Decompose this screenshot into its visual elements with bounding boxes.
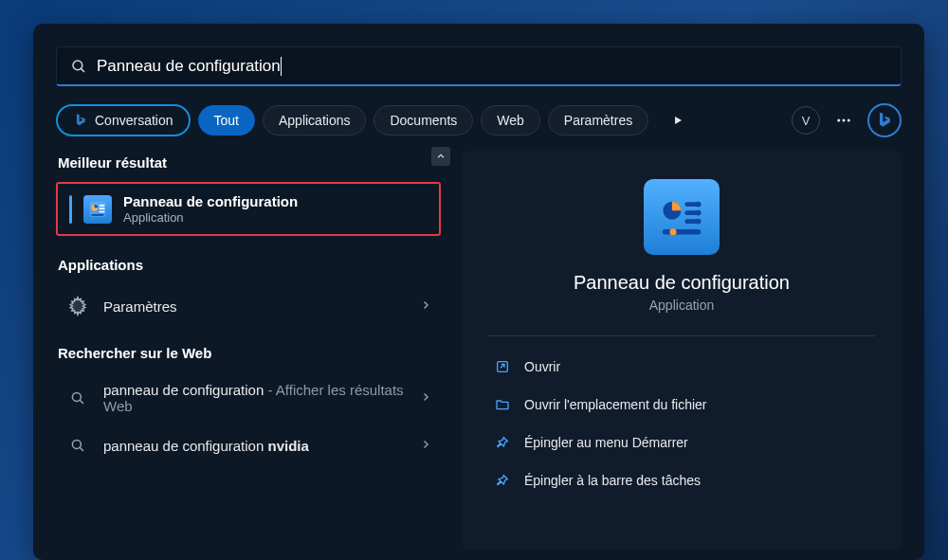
filter-chip-row: Conversation Tout Applications Documents… bbox=[56, 103, 902, 137]
svg-rect-7 bbox=[100, 205, 105, 207]
list-item-label: panneau de configuration nvidia bbox=[103, 438, 407, 454]
bing-chat-button[interactable] bbox=[867, 103, 902, 137]
chip-conversation[interactable]: Conversation bbox=[56, 104, 191, 136]
chip-apps[interactable]: Applications bbox=[263, 105, 367, 135]
preview-panel: Panneau de configuration Application Ouv… bbox=[462, 151, 902, 551]
control-panel-glyph bbox=[88, 200, 107, 219]
bing-icon bbox=[875, 111, 894, 130]
section-search-web: Rechercher sur le Web bbox=[58, 345, 441, 361]
bing-icon bbox=[73, 113, 88, 128]
web-result-main: panneau de configuration bbox=[103, 382, 264, 398]
control-panel-large-icon bbox=[644, 179, 720, 255]
action-pin-start[interactable]: Épingler au menu Démarrer bbox=[488, 425, 875, 460]
section-applications: Applications bbox=[58, 257, 441, 273]
svg-point-0 bbox=[73, 61, 82, 70]
settings-icon bbox=[65, 294, 90, 318]
chevron-right-icon bbox=[420, 298, 431, 314]
action-pin-taskbar[interactable]: Épingler à la barre des tâches bbox=[488, 463, 875, 497]
folder-icon bbox=[494, 396, 511, 413]
svg-line-1 bbox=[81, 68, 84, 72]
web-result-bold: nvidia bbox=[267, 438, 308, 454]
svg-point-24 bbox=[669, 228, 676, 235]
action-label: Ouvrir l'emplacement du fichier bbox=[524, 397, 707, 412]
open-icon bbox=[494, 358, 511, 375]
svg-point-18 bbox=[696, 202, 702, 208]
svg-point-2 bbox=[837, 119, 840, 122]
svg-line-13 bbox=[80, 400, 83, 404]
overflow-button[interactable] bbox=[828, 104, 860, 136]
action-label: Ouvrir bbox=[524, 359, 560, 374]
search-icon bbox=[65, 386, 90, 410]
scroll-up-button[interactable] bbox=[431, 147, 450, 166]
selection-indicator bbox=[69, 195, 72, 224]
action-open[interactable]: Ouvrir bbox=[488, 350, 875, 384]
svg-point-14 bbox=[72, 440, 81, 448]
svg-point-12 bbox=[72, 392, 81, 401]
list-item-label: panneau de configuration - Afficher les … bbox=[103, 382, 407, 414]
control-panel-icon bbox=[83, 195, 112, 224]
chip-web[interactable]: Web bbox=[481, 105, 540, 135]
svg-point-4 bbox=[848, 119, 850, 122]
chip-settings[interactable]: Paramètres bbox=[548, 105, 648, 135]
pin-icon bbox=[494, 434, 511, 451]
web-result-2[interactable]: panneau de configuration nvidia bbox=[56, 424, 441, 467]
svg-point-3 bbox=[843, 119, 846, 122]
result-text-block: Panneau de configuration Application bbox=[123, 193, 298, 225]
web-result-pre: panneau de configuration bbox=[103, 438, 267, 454]
svg-rect-8 bbox=[100, 208, 105, 209]
chip-label: Documents bbox=[390, 113, 457, 128]
play-icon bbox=[671, 114, 684, 127]
text-cursor bbox=[281, 57, 282, 76]
start-search-panel: Panneau de configuration Conversation To… bbox=[33, 24, 924, 560]
web-result-1[interactable]: panneau de configuration - Afficher les … bbox=[56, 372, 441, 424]
section-best-result: Meilleur résultat bbox=[58, 154, 441, 171]
action-label: Épingler à la barre des tâches bbox=[524, 473, 701, 488]
action-open-location[interactable]: Ouvrir l'emplacement du fichier bbox=[488, 388, 875, 422]
svg-rect-10 bbox=[91, 214, 103, 216]
divider bbox=[488, 335, 875, 336]
svg-line-15 bbox=[80, 447, 83, 451]
content-area: Meilleur résultat Panneau de conf bbox=[56, 151, 902, 551]
chevron-right-icon bbox=[420, 390, 431, 406]
ellipsis-icon bbox=[835, 112, 852, 129]
search-bar[interactable]: Panneau de configuration bbox=[56, 46, 902, 86]
chevron-up-icon bbox=[436, 152, 446, 161]
app-result-parametres[interactable]: Paramètres bbox=[56, 284, 441, 328]
result-subtitle: Application bbox=[123, 210, 298, 225]
svg-rect-23 bbox=[663, 229, 702, 234]
results-column: Meilleur résultat Panneau de conf bbox=[56, 151, 445, 551]
chip-label: Web bbox=[497, 113, 524, 128]
chip-label: Applications bbox=[279, 113, 351, 128]
action-label: Épingler au menu Démarrer bbox=[524, 435, 688, 450]
svg-rect-9 bbox=[100, 210, 105, 212]
search-query-text: Panneau de configuration bbox=[97, 57, 281, 76]
best-result-item[interactable]: Panneau de configuration Application bbox=[56, 182, 441, 236]
user-avatar[interactable]: V bbox=[792, 106, 820, 135]
more-filters-button[interactable] bbox=[662, 104, 694, 136]
chip-all[interactable]: Tout bbox=[198, 105, 255, 135]
svg-point-20 bbox=[696, 210, 702, 216]
chip-label: Paramètres bbox=[564, 113, 632, 128]
chip-label: Tout bbox=[214, 113, 239, 128]
result-title: Panneau de configuration bbox=[123, 193, 298, 209]
preview-title: Panneau de configuration bbox=[574, 272, 790, 294]
pin-icon bbox=[494, 472, 511, 489]
action-list: Ouvrir Ouvrir l'emplacement du fichier É… bbox=[488, 350, 875, 497]
chip-label: Conversation bbox=[95, 113, 173, 128]
search-icon bbox=[70, 58, 87, 75]
chip-documents[interactable]: Documents bbox=[374, 105, 473, 135]
avatar-letter: V bbox=[802, 114, 811, 128]
chevron-right-icon bbox=[420, 438, 431, 453]
svg-point-22 bbox=[696, 219, 702, 225]
search-icon bbox=[65, 433, 90, 458]
list-item-label: Paramètres bbox=[103, 298, 407, 315]
preview-subtitle: Application bbox=[649, 298, 715, 313]
